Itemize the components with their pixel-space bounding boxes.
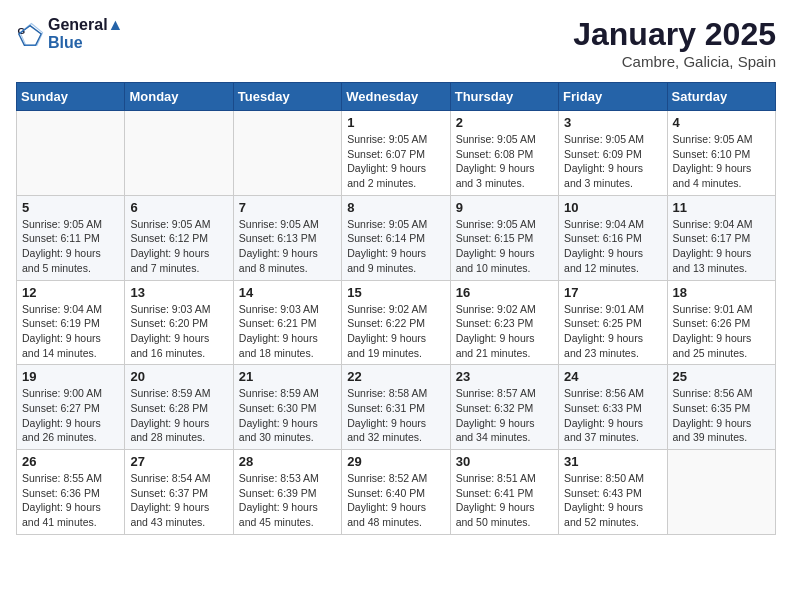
day-info: Sunrise: 9:02 AM Sunset: 6:22 PM Dayligh… bbox=[347, 302, 444, 361]
day-number: 1 bbox=[347, 115, 444, 130]
day-info: Sunrise: 8:52 AM Sunset: 6:40 PM Dayligh… bbox=[347, 471, 444, 530]
day-info: Sunrise: 8:56 AM Sunset: 6:33 PM Dayligh… bbox=[564, 386, 661, 445]
day-info: Sunrise: 8:55 AM Sunset: 6:36 PM Dayligh… bbox=[22, 471, 119, 530]
calendar-cell: 9Sunrise: 9:05 AM Sunset: 6:15 PM Daylig… bbox=[450, 195, 558, 280]
day-info: Sunrise: 9:05 AM Sunset: 6:11 PM Dayligh… bbox=[22, 217, 119, 276]
calendar-cell: 7Sunrise: 9:05 AM Sunset: 6:13 PM Daylig… bbox=[233, 195, 341, 280]
day-info: Sunrise: 8:53 AM Sunset: 6:39 PM Dayligh… bbox=[239, 471, 336, 530]
day-info: Sunrise: 8:58 AM Sunset: 6:31 PM Dayligh… bbox=[347, 386, 444, 445]
weekday-header-monday: Monday bbox=[125, 83, 233, 111]
calendar-cell: 19Sunrise: 9:00 AM Sunset: 6:27 PM Dayli… bbox=[17, 365, 125, 450]
day-number: 27 bbox=[130, 454, 227, 469]
calendar-cell: 23Sunrise: 8:57 AM Sunset: 6:32 PM Dayli… bbox=[450, 365, 558, 450]
day-number: 31 bbox=[564, 454, 661, 469]
calendar-cell: 25Sunrise: 8:56 AM Sunset: 6:35 PM Dayli… bbox=[667, 365, 775, 450]
day-info: Sunrise: 9:02 AM Sunset: 6:23 PM Dayligh… bbox=[456, 302, 553, 361]
day-number: 13 bbox=[130, 285, 227, 300]
location: Cambre, Galicia, Spain bbox=[573, 53, 776, 70]
calendar-week-row: 12Sunrise: 9:04 AM Sunset: 6:19 PM Dayli… bbox=[17, 280, 776, 365]
calendar-cell: 31Sunrise: 8:50 AM Sunset: 6:43 PM Dayli… bbox=[559, 450, 667, 535]
day-number: 6 bbox=[130, 200, 227, 215]
calendar-cell: 5Sunrise: 9:05 AM Sunset: 6:11 PM Daylig… bbox=[17, 195, 125, 280]
calendar-cell: 28Sunrise: 8:53 AM Sunset: 6:39 PM Dayli… bbox=[233, 450, 341, 535]
weekday-header-thursday: Thursday bbox=[450, 83, 558, 111]
day-number: 10 bbox=[564, 200, 661, 215]
weekday-header-friday: Friday bbox=[559, 83, 667, 111]
calendar-week-row: 1Sunrise: 9:05 AM Sunset: 6:07 PM Daylig… bbox=[17, 111, 776, 196]
day-number: 5 bbox=[22, 200, 119, 215]
day-number: 7 bbox=[239, 200, 336, 215]
day-info: Sunrise: 9:05 AM Sunset: 6:14 PM Dayligh… bbox=[347, 217, 444, 276]
calendar-cell: 10Sunrise: 9:04 AM Sunset: 6:16 PM Dayli… bbox=[559, 195, 667, 280]
day-info: Sunrise: 8:57 AM Sunset: 6:32 PM Dayligh… bbox=[456, 386, 553, 445]
weekday-header-saturday: Saturday bbox=[667, 83, 775, 111]
calendar-week-row: 19Sunrise: 9:00 AM Sunset: 6:27 PM Dayli… bbox=[17, 365, 776, 450]
day-info: Sunrise: 8:54 AM Sunset: 6:37 PM Dayligh… bbox=[130, 471, 227, 530]
calendar-cell: 27Sunrise: 8:54 AM Sunset: 6:37 PM Dayli… bbox=[125, 450, 233, 535]
day-number: 30 bbox=[456, 454, 553, 469]
weekday-header-row: SundayMondayTuesdayWednesdayThursdayFrid… bbox=[17, 83, 776, 111]
calendar-cell bbox=[233, 111, 341, 196]
calendar-cell bbox=[17, 111, 125, 196]
day-info: Sunrise: 9:05 AM Sunset: 6:09 PM Dayligh… bbox=[564, 132, 661, 191]
day-info: Sunrise: 9:04 AM Sunset: 6:16 PM Dayligh… bbox=[564, 217, 661, 276]
calendar-table: SundayMondayTuesdayWednesdayThursdayFrid… bbox=[16, 82, 776, 535]
day-number: 4 bbox=[673, 115, 770, 130]
weekday-header-sunday: Sunday bbox=[17, 83, 125, 111]
day-info: Sunrise: 9:05 AM Sunset: 6:13 PM Dayligh… bbox=[239, 217, 336, 276]
calendar-cell: 6Sunrise: 9:05 AM Sunset: 6:12 PM Daylig… bbox=[125, 195, 233, 280]
calendar-cell: 29Sunrise: 8:52 AM Sunset: 6:40 PM Dayli… bbox=[342, 450, 450, 535]
day-number: 22 bbox=[347, 369, 444, 384]
calendar-cell: 12Sunrise: 9:04 AM Sunset: 6:19 PM Dayli… bbox=[17, 280, 125, 365]
calendar-cell: 26Sunrise: 8:55 AM Sunset: 6:36 PM Dayli… bbox=[17, 450, 125, 535]
calendar-cell: 4Sunrise: 9:05 AM Sunset: 6:10 PM Daylig… bbox=[667, 111, 775, 196]
calendar-cell: 13Sunrise: 9:03 AM Sunset: 6:20 PM Dayli… bbox=[125, 280, 233, 365]
day-number: 24 bbox=[564, 369, 661, 384]
calendar-cell: 24Sunrise: 8:56 AM Sunset: 6:33 PM Dayli… bbox=[559, 365, 667, 450]
logo-text: General▲ Blue bbox=[48, 16, 123, 51]
day-number: 3 bbox=[564, 115, 661, 130]
day-number: 25 bbox=[673, 369, 770, 384]
day-info: Sunrise: 9:05 AM Sunset: 6:07 PM Dayligh… bbox=[347, 132, 444, 191]
logo-icon: G bbox=[16, 20, 44, 48]
calendar-cell: 11Sunrise: 9:04 AM Sunset: 6:17 PM Dayli… bbox=[667, 195, 775, 280]
day-info: Sunrise: 9:05 AM Sunset: 6:15 PM Dayligh… bbox=[456, 217, 553, 276]
day-info: Sunrise: 9:05 AM Sunset: 6:10 PM Dayligh… bbox=[673, 132, 770, 191]
day-number: 28 bbox=[239, 454, 336, 469]
calendar-cell: 1Sunrise: 9:05 AM Sunset: 6:07 PM Daylig… bbox=[342, 111, 450, 196]
title-block: January 2025 Cambre, Galicia, Spain bbox=[573, 16, 776, 70]
day-number: 17 bbox=[564, 285, 661, 300]
day-number: 8 bbox=[347, 200, 444, 215]
day-info: Sunrise: 8:59 AM Sunset: 6:30 PM Dayligh… bbox=[239, 386, 336, 445]
calendar-week-row: 26Sunrise: 8:55 AM Sunset: 6:36 PM Dayli… bbox=[17, 450, 776, 535]
calendar-cell: 3Sunrise: 9:05 AM Sunset: 6:09 PM Daylig… bbox=[559, 111, 667, 196]
day-number: 21 bbox=[239, 369, 336, 384]
day-number: 29 bbox=[347, 454, 444, 469]
day-info: Sunrise: 9:05 AM Sunset: 6:08 PM Dayligh… bbox=[456, 132, 553, 191]
calendar-cell: 21Sunrise: 8:59 AM Sunset: 6:30 PM Dayli… bbox=[233, 365, 341, 450]
day-info: Sunrise: 9:01 AM Sunset: 6:25 PM Dayligh… bbox=[564, 302, 661, 361]
calendar-cell: 2Sunrise: 9:05 AM Sunset: 6:08 PM Daylig… bbox=[450, 111, 558, 196]
day-info: Sunrise: 9:04 AM Sunset: 6:19 PM Dayligh… bbox=[22, 302, 119, 361]
day-info: Sunrise: 8:59 AM Sunset: 6:28 PM Dayligh… bbox=[130, 386, 227, 445]
calendar-cell: 30Sunrise: 8:51 AM Sunset: 6:41 PM Dayli… bbox=[450, 450, 558, 535]
day-number: 12 bbox=[22, 285, 119, 300]
day-number: 14 bbox=[239, 285, 336, 300]
calendar-cell bbox=[667, 450, 775, 535]
day-number: 23 bbox=[456, 369, 553, 384]
day-info: Sunrise: 9:03 AM Sunset: 6:21 PM Dayligh… bbox=[239, 302, 336, 361]
calendar-cell: 15Sunrise: 9:02 AM Sunset: 6:22 PM Dayli… bbox=[342, 280, 450, 365]
day-number: 9 bbox=[456, 200, 553, 215]
day-number: 11 bbox=[673, 200, 770, 215]
page-header: G General▲ Blue January 2025 Cambre, Gal… bbox=[16, 16, 776, 70]
day-info: Sunrise: 9:03 AM Sunset: 6:20 PM Dayligh… bbox=[130, 302, 227, 361]
day-info: Sunrise: 9:05 AM Sunset: 6:12 PM Dayligh… bbox=[130, 217, 227, 276]
day-info: Sunrise: 8:51 AM Sunset: 6:41 PM Dayligh… bbox=[456, 471, 553, 530]
day-number: 19 bbox=[22, 369, 119, 384]
calendar-cell bbox=[125, 111, 233, 196]
weekday-header-tuesday: Tuesday bbox=[233, 83, 341, 111]
day-number: 15 bbox=[347, 285, 444, 300]
calendar-week-row: 5Sunrise: 9:05 AM Sunset: 6:11 PM Daylig… bbox=[17, 195, 776, 280]
logo: G General▲ Blue bbox=[16, 16, 123, 51]
day-info: Sunrise: 8:56 AM Sunset: 6:35 PM Dayligh… bbox=[673, 386, 770, 445]
